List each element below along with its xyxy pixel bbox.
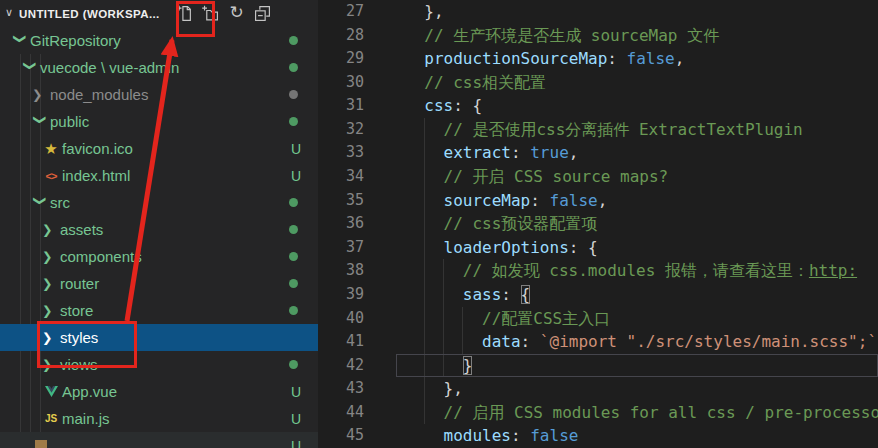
code-text[interactable]: // css相关配置 bbox=[364, 71, 878, 95]
tree-item-label: store bbox=[60, 302, 93, 319]
new-file-button[interactable] bbox=[172, 2, 198, 26]
new-folder-button[interactable] bbox=[198, 2, 224, 26]
collapse-all-button[interactable] bbox=[250, 2, 276, 26]
code-editor[interactable]: 27},28// 生产环境是否生成 sourceMap 文件29producti… bbox=[318, 0, 878, 448]
code-text[interactable]: sourceMap: false, bbox=[364, 189, 878, 213]
token-punct: : { bbox=[453, 96, 482, 115]
line-number[interactable]: 30 bbox=[318, 71, 364, 95]
line-number[interactable]: 39 bbox=[318, 283, 364, 307]
code-text[interactable]: extract: true, bbox=[364, 141, 878, 165]
tree-item-styles[interactable]: ❯styles bbox=[0, 324, 318, 351]
token-punct: : bbox=[607, 49, 626, 68]
tree-item-app-vue[interactable]: App.vueU bbox=[0, 378, 318, 405]
token-punct: , bbox=[598, 191, 608, 210]
refresh-button[interactable]: ↻ bbox=[224, 2, 250, 26]
tree-item-assets[interactable]: ❯assets bbox=[0, 216, 318, 243]
code-text[interactable]: }, bbox=[364, 377, 878, 401]
code-text[interactable]: css: { bbox=[364, 94, 878, 118]
code-line-39: 39sass: { bbox=[318, 283, 878, 307]
code-text[interactable]: sass: { bbox=[364, 283, 878, 307]
code-text[interactable]: // 如发现 css.modules 报错，请查看这里：http: bbox=[364, 259, 878, 283]
chevron-collapsed-icon: ❯ bbox=[42, 222, 58, 237]
chevron-collapsed-icon: ❯ bbox=[42, 303, 58, 318]
code-line-36: 36// css预设器配置项 bbox=[318, 212, 878, 236]
line-number[interactable]: 44 bbox=[318, 401, 364, 425]
chevron-expanded-icon: ❯ bbox=[23, 61, 38, 77]
explorer-section-header[interactable]: ∨ UNTITLED (WORKSPA... bbox=[0, 0, 318, 27]
line-number[interactable]: 32 bbox=[318, 118, 364, 142]
code-line-27: 27}, bbox=[318, 0, 878, 24]
code-text[interactable]: //配置CSS主入口 bbox=[364, 307, 878, 331]
chevron-collapsed-icon: ❯ bbox=[42, 276, 58, 291]
tree-item-vuecode-vue-admin[interactable]: ❯vuecode \ vue-admin bbox=[0, 54, 318, 81]
tree-item-partial[interactable]: U bbox=[0, 432, 318, 448]
tree-item-gitrepository[interactable]: ❯GitRepository bbox=[0, 27, 318, 54]
line-number[interactable]: 35 bbox=[318, 189, 364, 213]
code-line-44: 44// 启用 CSS modules for all css / pre-pr… bbox=[318, 401, 878, 425]
git-modified-dot bbox=[289, 63, 298, 72]
file-icon bbox=[32, 440, 50, 448]
code-text[interactable]: } bbox=[364, 354, 878, 378]
code-text[interactable]: // 生产环境是否生成 sourceMap 文件 bbox=[364, 24, 878, 48]
tree-item-label: src bbox=[50, 194, 70, 211]
chevron-expanded-icon: ❯ bbox=[33, 115, 48, 131]
token-punct: : bbox=[521, 332, 540, 351]
code-line-35: 35sourceMap: false, bbox=[318, 189, 878, 213]
tree-item-label: GitRepository bbox=[30, 32, 121, 49]
line-number[interactable]: 37 bbox=[318, 236, 364, 260]
line-number[interactable]: 34 bbox=[318, 165, 364, 189]
line-number[interactable]: 33 bbox=[318, 141, 364, 165]
line-number[interactable]: 27 bbox=[318, 0, 364, 24]
token-string: `@import "./src/styles/main.scss";` bbox=[540, 332, 877, 351]
line-number[interactable]: 38 bbox=[318, 259, 364, 283]
line-number[interactable]: 45 bbox=[318, 424, 364, 448]
token-key: css bbox=[424, 96, 453, 115]
token-comment: // 开启 CSS source maps? bbox=[444, 167, 669, 186]
line-number[interactable]: 31 bbox=[318, 94, 364, 118]
code-line-38: 38// 如发现 css.modules 报错，请查看这里：http: bbox=[318, 259, 878, 283]
tree-item-components[interactable]: ❯components bbox=[0, 243, 318, 270]
code-text[interactable]: modules: false bbox=[364, 424, 878, 448]
tree-item-node-modules[interactable]: ❯node_modules bbox=[0, 81, 318, 108]
code-text[interactable]: // 启用 CSS modules for all css / pre-proc… bbox=[364, 401, 878, 425]
token-key: sourceMap bbox=[444, 191, 531, 210]
tree-item-views[interactable]: ❯views bbox=[0, 351, 318, 378]
tree-item-main-js[interactable]: JSmain.jsU bbox=[0, 405, 318, 432]
code-text[interactable]: // 是否使用css分离插件 ExtractTextPlugin bbox=[364, 118, 878, 142]
line-number[interactable]: 40 bbox=[318, 307, 364, 331]
tree-item-src[interactable]: ❯src bbox=[0, 189, 318, 216]
tree-item-label: styles bbox=[60, 329, 98, 346]
token-comment: // 生产环境是否生成 sourceMap 文件 bbox=[424, 26, 719, 45]
tree-item-favicon-ico[interactable]: ★favicon.icoU bbox=[0, 135, 318, 162]
tree-item-label: node_modules bbox=[50, 86, 148, 103]
vue-icon bbox=[42, 386, 60, 397]
line-number[interactable]: 42 bbox=[318, 354, 364, 378]
line-number[interactable]: 36 bbox=[318, 212, 364, 236]
git-modified-dot bbox=[289, 252, 298, 261]
workspace-title: UNTITLED (WORKSPA... bbox=[19, 8, 160, 20]
code-text[interactable]: }, bbox=[364, 0, 878, 24]
git-untracked-badge: U bbox=[291, 438, 301, 448]
chevron-down-icon: ∨ bbox=[5, 6, 19, 19]
chevron-collapsed-icon: ❯ bbox=[42, 249, 58, 264]
chevron-collapsed-icon: ❯ bbox=[42, 330, 58, 345]
tree-item-public[interactable]: ❯public bbox=[0, 108, 318, 135]
token-punct: : bbox=[530, 191, 549, 210]
line-number[interactable]: 28 bbox=[318, 24, 364, 48]
code-text[interactable]: // 开启 CSS source maps? bbox=[364, 165, 878, 189]
line-number[interactable]: 41 bbox=[318, 330, 364, 354]
line-number[interactable]: 29 bbox=[318, 47, 364, 71]
code-text[interactable]: productionSourceMap: false, bbox=[364, 47, 878, 71]
code-line-41: 41data: `@import "./src/styles/main.scss… bbox=[318, 330, 878, 354]
code-text[interactable]: data: `@import "./src/styles/main.scss";… bbox=[364, 330, 878, 354]
tree-item-store[interactable]: ❯store bbox=[0, 297, 318, 324]
line-number[interactable]: 43 bbox=[318, 377, 364, 401]
code-text[interactable]: loaderOptions: { bbox=[364, 236, 878, 260]
tree-item-index-html[interactable]: <>index.htmlU bbox=[0, 162, 318, 189]
tree-item-label: assets bbox=[60, 221, 103, 238]
git-modified-dot bbox=[289, 90, 298, 99]
token-comment: // css预设器配置项 bbox=[444, 214, 598, 233]
code-text[interactable]: // css预设器配置项 bbox=[364, 212, 878, 236]
tree-item-router[interactable]: ❯router bbox=[0, 270, 318, 297]
git-modified-dot bbox=[289, 198, 298, 207]
